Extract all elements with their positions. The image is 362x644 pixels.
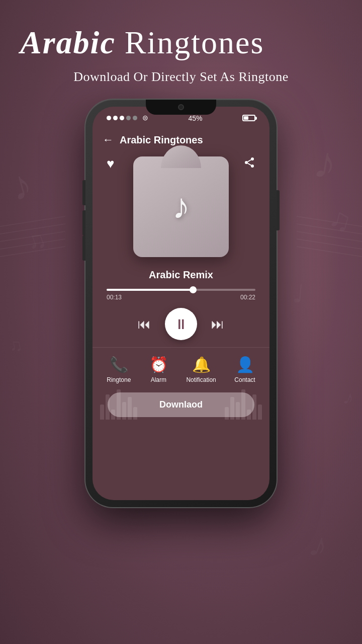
battery-percent: 45% [188, 114, 202, 122]
main-title: Arabic Ringtones [20, 25, 342, 60]
progress-bar[interactable] [107, 289, 255, 291]
notification-label: Notification [186, 376, 216, 383]
track-info: Arabic Remix [93, 260, 269, 285]
battery-icon [242, 115, 255, 121]
header-area: Arabic Ringtones [0, 25, 362, 60]
notification-icon: 🔔 [192, 356, 211, 373]
action-contact[interactable]: 👤 Contact [234, 356, 255, 383]
contact-icon: 👤 [236, 356, 254, 373]
play-pause-button[interactable]: ⏸ [165, 308, 197, 340]
signal-area: ⊜ [107, 114, 148, 122]
contact-label: Contact [234, 376, 255, 383]
app-content: ← Arabic Ringtones ♥ ♪ [93, 125, 269, 500]
svg-point-19 [245, 161, 248, 164]
title-light: Ringtones [125, 25, 264, 60]
time-current: 00:13 [107, 294, 122, 301]
music-note-icon: ♪ [172, 187, 190, 227]
eq-bars-left [100, 389, 137, 420]
app-title: Arabic Ringtones [120, 134, 203, 146]
pause-icon: ⏸ [174, 316, 188, 333]
signal-dot-1 [107, 116, 111, 120]
alarm-label: Alarm [151, 376, 166, 383]
action-notification[interactable]: 🔔 Notification [186, 356, 216, 383]
player-controls: ⏮ ⏸ ⏭ [93, 303, 269, 344]
header-subtitle: Download Or Directly Set As Ringtone [0, 69, 362, 85]
favorite-button[interactable]: ♥ [107, 156, 114, 172]
album-art: ♪ [133, 156, 229, 257]
action-alarm[interactable]: ⏰ Alarm [149, 356, 168, 383]
svg-point-18 [251, 157, 254, 160]
status-right [242, 115, 255, 121]
battery-fill [244, 116, 248, 120]
alarm-icon: ⏰ [149, 356, 168, 373]
track-name: Arabic Remix [149, 269, 213, 280]
phone-notch [146, 100, 216, 115]
ringtone-label: Ringtone [107, 376, 131, 383]
svg-line-21 [248, 164, 251, 166]
ringtone-icon: 📞 [110, 356, 128, 373]
phone-screen: ⊜ 45% ← Arabic Ringtones [93, 107, 269, 500]
share-button[interactable] [243, 156, 255, 172]
svg-line-22 [248, 160, 251, 162]
signal-dot-4 [126, 116, 131, 120]
fast-forward-button[interactable]: ⏭ [211, 316, 224, 332]
front-camera [178, 104, 184, 110]
phone-mockup: ⊜ 45% ← Arabic Ringtones [85, 100, 277, 507]
signal-dot-5 [133, 116, 137, 120]
main-content: Arabic Ringtones Download Or Directly Se… [0, 0, 362, 644]
svg-point-20 [251, 165, 254, 168]
eq-bars-right [225, 389, 262, 420]
rewind-button[interactable]: ⏮ [138, 316, 151, 332]
progress-thumb [190, 286, 197, 293]
phone-outer: ⊜ 45% ← Arabic Ringtones [85, 100, 277, 507]
wifi-icon: ⊜ [142, 114, 148, 122]
time-labels: 00:13 00:22 [107, 294, 255, 301]
signal-dot-2 [113, 116, 118, 120]
signal-dot-3 [120, 116, 124, 120]
action-row: 📞 Ringtone ⏰ Alarm 🔔 Notification 👤 [93, 347, 269, 387]
time-total: 00:22 [240, 294, 255, 301]
title-bold: Arabic [20, 25, 116, 60]
progress-fill [107, 289, 193, 291]
progress-area: 00:13 00:22 [93, 285, 269, 303]
action-ringtone[interactable]: 📞 Ringtone [107, 356, 131, 383]
back-button[interactable]: ← [103, 133, 114, 146]
album-area: ♥ ♪ [93, 151, 269, 260]
